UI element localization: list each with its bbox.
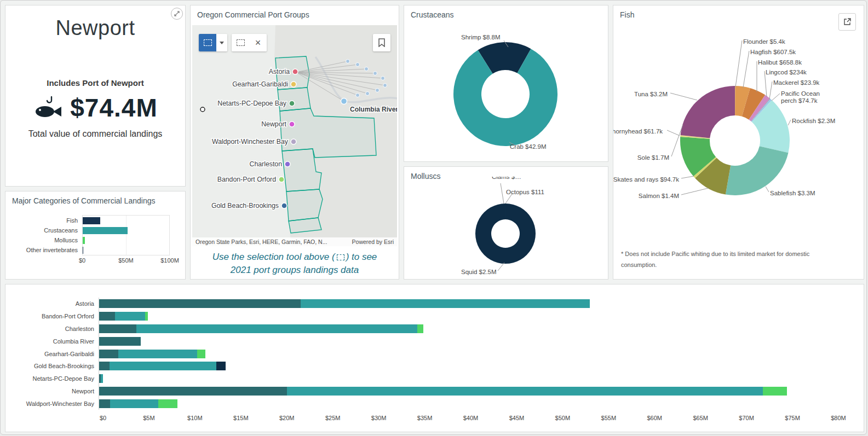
category-label-crustaceans: Crustaceans <box>11 225 78 235</box>
x-tick: $25M <box>325 415 341 421</box>
bar-charleston-fish[interactable] <box>99 324 136 333</box>
map-caption: Use the selection tool above () to see 2… <box>191 251 399 277</box>
bar-netarts-pc-depoe-bay-crustaceans[interactable] <box>101 374 102 383</box>
map-dot-bandon-port-orford[interactable] <box>279 177 284 182</box>
bar-gold-beach-brookings-crustaceans[interactable] <box>110 362 217 370</box>
callout-thornyhead: Thornyhead $61.7k <box>613 128 663 135</box>
bar-row-newport: Newport <box>11 385 838 398</box>
bar-charleston-molluscs[interactable] <box>417 324 424 333</box>
columbia-river-label: Columbia River <box>350 106 397 113</box>
bar-charleston-crustaceans[interactable] <box>136 324 417 333</box>
x-tick: $0 <box>79 257 85 264</box>
bar-row-gold-beach-brookings: Gold Beach-Brookings <box>11 360 838 373</box>
bar-waldport-winchester-bay-molluscs[interactable] <box>158 399 177 408</box>
category-plot-area <box>82 215 170 255</box>
page-title: Newport <box>5 16 185 40</box>
map-dot-gearhart-garibaldi[interactable] <box>291 82 296 87</box>
selection-ring-dot[interactable] <box>200 107 205 112</box>
category-label-molluscs: Molluscs <box>11 235 78 245</box>
bar-gold-beach-brookings-fish[interactable] <box>99 362 110 370</box>
category-label-fish: Fish <box>11 216 78 225</box>
callout-flounder: Flounder $5.4k <box>743 38 785 45</box>
x-tick: $15M <box>233 415 249 421</box>
bar-track <box>99 360 838 373</box>
bar-astoria-fish[interactable] <box>99 299 301 308</box>
bar-gearhart-garibaldi-crustaceans[interactable] <box>118 350 197 358</box>
map-label-gearhart-garibaldi: Gearhart-Garibaldi <box>232 80 288 88</box>
callout-sole: Sole $1.7M <box>637 154 669 161</box>
x-tick: $65M <box>693 415 708 421</box>
bar-newport-fish[interactable] <box>99 387 287 396</box>
map-dot-charleston[interactable] <box>285 161 290 167</box>
bar-bandon-port-orford-fish[interactable] <box>99 312 115 321</box>
bookmark-button[interactable] <box>373 34 390 51</box>
selection-tool-dropdown[interactable] <box>216 34 227 51</box>
bar-gearhart-garibaldi-fish[interactable] <box>99 350 118 358</box>
map-label-charleston: Charleston <box>250 160 283 168</box>
bar-gearhart-garibaldi-molluscs[interactable] <box>197 350 205 358</box>
category-axis-labels: FishCrustaceansMolluscsOther invertebrat… <box>11 215 82 266</box>
map[interactable]: Columbia River AstoriaGearhart-Garibaldi… <box>192 25 397 246</box>
columbia-river-dot[interactable] <box>341 98 347 104</box>
bar-newport-molluscs[interactable] <box>763 387 787 396</box>
x-tick: $75M <box>785 415 800 421</box>
callout-lingcod: Lingcod $234k <box>766 69 807 75</box>
expand-icon[interactable] <box>171 8 183 20</box>
map-label-gold-beach-brookings: Gold Beach-Brookings <box>211 202 279 210</box>
bar-waldport-winchester-bay-crustaceans[interactable] <box>110 399 158 408</box>
bar-track <box>99 310 838 323</box>
x-tick: $80M <box>831 415 846 421</box>
bar-fish[interactable] <box>83 217 100 224</box>
callout-rockfish: Rockfish $2.3M <box>792 118 835 124</box>
callout-mackerel: Mackerel $23.9k <box>773 79 819 86</box>
major-categories-chart: FishCrustaceansMolluscsOther invertebrat… <box>11 215 170 266</box>
map-label-newport: Newport <box>261 120 286 128</box>
marquee-select-icon <box>237 39 245 46</box>
map-dot-gold-beach-brookings[interactable] <box>281 203 287 208</box>
map-dot-astoria[interactable] <box>292 69 298 74</box>
x-tick: $50M <box>118 257 134 264</box>
caption-text-line2: 2021 port groups landings data <box>231 265 359 275</box>
landings-by-port-panel: AstoriaBandon-Port OrfordCharlestonColum… <box>5 284 864 432</box>
x-tick: $70M <box>739 415 754 421</box>
molluscs-donut-chart <box>404 167 608 280</box>
map-label-astoria: Astoria <box>269 68 290 75</box>
bar-gold-beach-brookings-other-invertebrates[interactable] <box>216 362 226 370</box>
bar-bandon-port-orford-molluscs[interactable] <box>145 312 148 321</box>
x-tick: $40M <box>463 415 479 421</box>
map-dot-waldport-winchester-bay[interactable] <box>291 139 296 144</box>
map-dot-newport[interactable] <box>289 121 295 127</box>
map-attribution: Oregon State Parks, Esri, HERE, Garmin, … <box>192 237 397 246</box>
x-tick: $5M <box>143 415 154 421</box>
port-label-astoria: Astoria <box>11 300 99 307</box>
bar-bandon-port-orford-crustaceans[interactable] <box>115 312 146 321</box>
map-label-netarts-pc-depoe-bay: Netarts-PC-Depoe Bay <box>217 100 287 107</box>
slice-sablefish[interactable] <box>726 146 789 195</box>
slice-tuna[interactable] <box>680 86 735 138</box>
port-label-columbia-river: Columbia River <box>11 338 99 345</box>
bar-newport-crustaceans[interactable] <box>287 387 763 396</box>
bar-row-waldport-winchester-bay: Waldport-Winchester Bay <box>11 397 838 410</box>
fish-panel: Fish F <box>613 5 864 280</box>
bar-columbia-river-fish[interactable] <box>99 337 141 346</box>
clear-selection-button[interactable]: × <box>249 34 267 51</box>
callout-hagfish: Hagfish $607.5k <box>750 49 796 55</box>
bar-row-columbia-river: Columbia River <box>11 335 838 347</box>
panel-title: Major Categories of Commercial Landings <box>5 191 185 207</box>
bar-molluscs[interactable] <box>83 237 85 244</box>
fish-hook-icon <box>33 96 64 120</box>
category-x-axis: $0$50M$100M <box>82 257 170 266</box>
bar-crustaceans[interactable] <box>83 227 128 234</box>
bar-track <box>99 323 838 335</box>
callout-sablefish: Sablefish $3.3M <box>770 190 815 196</box>
callout-pacific-ocean-perch: Pacific Ocean perch $74.7k <box>781 90 831 104</box>
map-dot-netarts-pc-depoe-bay[interactable] <box>289 101 295 106</box>
bar-row-charleston: Charleston <box>11 323 838 335</box>
x-tick: $55M <box>601 415 617 421</box>
bar-waldport-winchester-bay-fish[interactable] <box>99 399 110 408</box>
port-label-newport: Newport <box>11 388 99 394</box>
crustaceans-donut-chart <box>404 5 608 162</box>
bar-astoria-crustaceans[interactable] <box>301 299 590 308</box>
selection-mode-button[interactable] <box>232 34 249 51</box>
selection-tool-button[interactable] <box>199 34 216 51</box>
